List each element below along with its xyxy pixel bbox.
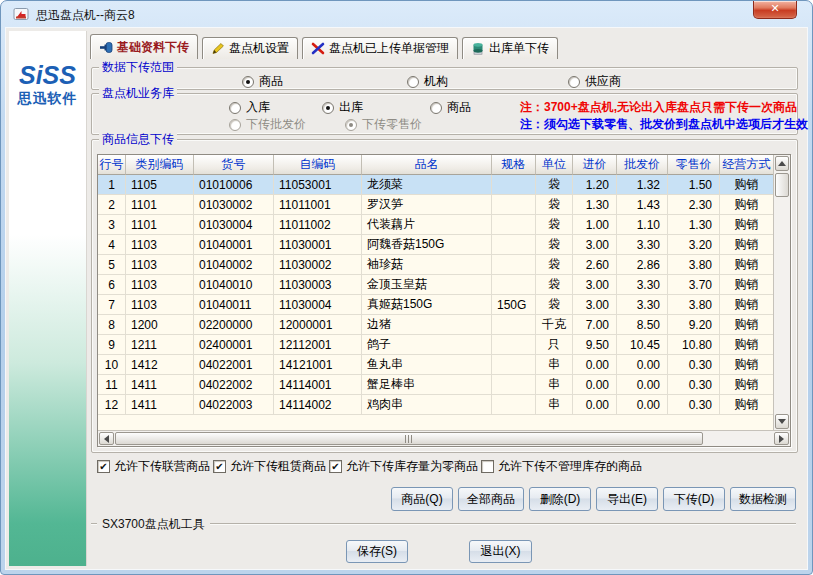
table-row[interactable]: 111050101000611053001龙须菜袋1.201.321.50购销: [98, 175, 774, 195]
table-cell: 购销: [720, 255, 774, 275]
brand-logo-subtext: 思迅软件: [9, 90, 86, 108]
table-row[interactable]: 211010103000211011001罗汉笋袋1.301.432.30购销: [98, 195, 774, 215]
data-range-radio-2[interactable]: 机构: [407, 73, 448, 90]
all-products-button[interactable]: 全部商品: [458, 487, 524, 511]
note-3700-machine: 注：3700+盘点机,无论出入库盘点只需下传一次商品: [520, 99, 797, 116]
table-cell: 1200: [126, 315, 194, 335]
table-cell: 购销: [720, 315, 774, 335]
tab-bar: 基础资料下传盘点机设置盘点机已上传单据管理出库单下传: [90, 34, 802, 59]
table-row[interactable]: 1114110402200214114001蟹足棒串串0.000.000.30购…: [98, 375, 774, 395]
table-row[interactable]: 912110240000112112001鸽子只9.5010.4510.80购销: [98, 335, 774, 355]
allow-download-checkbox-2[interactable]: ✔允许下传租赁商品: [213, 458, 326, 475]
horizontal-scroll-thumb[interactable]: [115, 432, 703, 445]
data-range-radio-label: 供应商: [585, 73, 621, 90]
table-cell: 1.30: [573, 195, 617, 215]
radio-unselected-icon: [430, 102, 442, 114]
radio-selected-icon: [322, 102, 334, 114]
table-cell: 150G: [492, 295, 536, 315]
download-button[interactable]: 下传(D): [663, 487, 725, 511]
close-icon: ✕: [770, 2, 779, 14]
table-cell: [492, 255, 536, 275]
data-range-radio-3[interactable]: 供应商: [568, 73, 621, 90]
tab-4[interactable]: 出库单下传: [462, 37, 558, 59]
scroll-down-button[interactable]: [775, 414, 789, 429]
checkbox-unchecked-icon: [481, 460, 494, 473]
business-radio-1[interactable]: 入库: [229, 99, 270, 116]
column-header[interactable]: 单位: [536, 155, 573, 175]
table-row[interactable]: 311010103000411011002代装藕片袋1.001.101.30购销: [98, 215, 774, 235]
column-header[interactable]: 行号: [98, 155, 126, 175]
table-cell: 袋: [536, 255, 573, 275]
horizontal-scrollbar[interactable]: [98, 430, 790, 446]
table-row[interactable]: 511030104000211030002袖珍菇袋2.602.863.80购销: [98, 255, 774, 275]
save-button[interactable]: 保存(S): [346, 540, 408, 563]
table-row[interactable]: 411030104000111030001阿魏香菇150G袋3.003.303.…: [98, 235, 774, 255]
table-cell: 3.30: [617, 275, 668, 295]
products-button[interactable]: 商品(Q): [391, 487, 453, 511]
table-cell: 01040001: [194, 235, 274, 255]
table-cell: 购销: [720, 215, 774, 235]
radio-selected-icon: [242, 76, 254, 88]
scroll-right-button[interactable]: [774, 432, 789, 445]
tab-2[interactable]: 盘点机设置: [202, 37, 298, 59]
column-header[interactable]: 品名: [362, 155, 492, 175]
checkbox-checked-icon: ✔: [97, 460, 110, 473]
exit-button[interactable]: 退出(X): [469, 540, 532, 563]
table-cell: [492, 275, 536, 295]
vertical-scroll-thumb[interactable]: [775, 173, 789, 197]
allow-download-checkbox-4[interactable]: 允许下传不管理库存的商品: [481, 458, 642, 475]
table-cell: 3.70: [668, 275, 720, 295]
column-header[interactable]: 零售价: [668, 155, 720, 175]
column-header[interactable]: 进价: [573, 155, 617, 175]
table-cell: 1211: [126, 335, 194, 355]
table-row[interactable]: 812000220000012000001边猪千克7.008.509.20购销: [98, 315, 774, 335]
data-range-radio-1[interactable]: 商品: [242, 73, 283, 90]
table-cell: 袋: [536, 275, 573, 295]
table-cell: [492, 355, 536, 375]
table-row[interactable]: 1214110402200314114002鸡肉串串0.000.000.30购销: [98, 395, 774, 415]
brand-logo-text: SiSS: [9, 63, 86, 87]
table-cell: 袋: [536, 195, 573, 215]
table-cell: [492, 395, 536, 415]
table-cell: 2.30: [668, 195, 720, 215]
table-cell: 01030002: [194, 195, 274, 215]
column-header[interactable]: 规格: [492, 155, 536, 175]
table-cell: 1.00: [573, 215, 617, 235]
export-button[interactable]: 导出(E): [596, 487, 658, 511]
tab-1[interactable]: 基础资料下传: [90, 34, 198, 59]
table-cell: 14114001: [274, 375, 362, 395]
close-button[interactable]: ✕: [753, 1, 797, 19]
radio-unselected-icon: [407, 76, 419, 88]
column-header[interactable]: 类别编码: [126, 155, 194, 175]
tab-label: 盘点机设置: [229, 40, 289, 57]
tab-3[interactable]: 盘点机已上传单据管理: [302, 37, 458, 59]
column-header[interactable]: 自编码: [274, 155, 362, 175]
column-header[interactable]: 货号: [194, 155, 274, 175]
column-header[interactable]: 批发价: [617, 155, 668, 175]
titlebar[interactable]: 思迅盘点机--商云8 ✕: [1, 1, 812, 27]
upload-x-icon: [311, 42, 325, 55]
table-cell: 14121001: [274, 355, 362, 375]
table-cell: 购销: [720, 275, 774, 295]
table-row[interactable]: 1014120402200114121001鱼丸串串0.000.000.30购销: [98, 355, 774, 375]
column-header[interactable]: 经营方式: [720, 155, 774, 175]
allow-download-checkbox-1[interactable]: ✔允许下传联营商品: [97, 458, 210, 475]
data-check-button[interactable]: 数据检测: [730, 487, 796, 511]
business-radio-3[interactable]: 商品: [430, 99, 471, 116]
table-cell: 01040010: [194, 275, 274, 295]
table-row[interactable]: 711030104001111030004真姬菇150G150G袋3.003.3…: [98, 295, 774, 315]
allow-download-checkbox-3[interactable]: ✔允许下传库存量为零商品: [329, 458, 478, 475]
vertical-scrollbar[interactable]: [773, 155, 790, 430]
radio-unselected-icon: [229, 102, 241, 114]
business-radio-2[interactable]: 出库: [322, 99, 363, 116]
arrow-left-icon: [104, 435, 109, 443]
table-cell: 14114002: [274, 395, 362, 415]
table-row[interactable]: 611030104001011030003金顶玉皇菇袋3.003.303.70购…: [98, 275, 774, 295]
scroll-up-button[interactable]: [775, 156, 789, 171]
business-radio-label: 商品: [447, 99, 471, 116]
table-cell: 01040002: [194, 255, 274, 275]
scroll-left-button[interactable]: [99, 432, 114, 445]
delete-button[interactable]: 删除(D): [529, 487, 591, 511]
table-cell: 0.30: [668, 395, 720, 415]
table-cell: 串: [536, 375, 573, 395]
